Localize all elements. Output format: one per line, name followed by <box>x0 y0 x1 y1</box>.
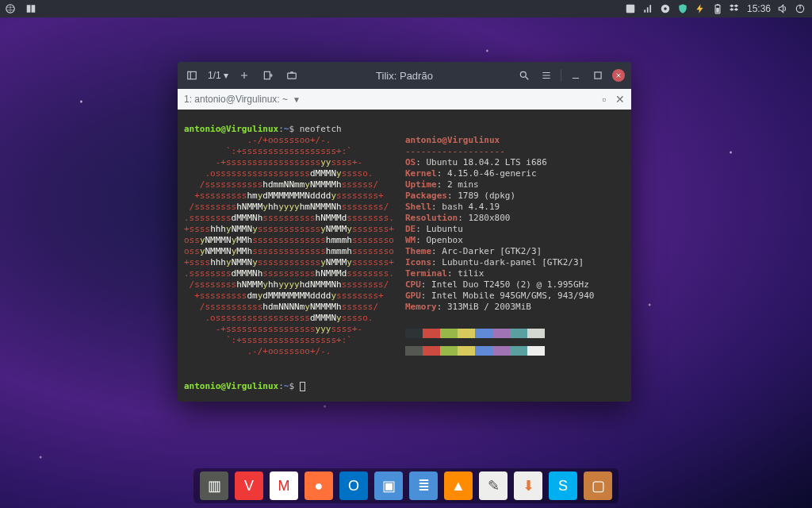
svg-point-14 <box>520 71 526 77</box>
tab-strip: 1: antonio@Virgulinux: ~ ▼ ▫ ✕ <box>178 89 631 110</box>
svg-rect-17 <box>595 72 601 79</box>
svg-rect-9 <box>188 71 197 79</box>
search-button[interactable] <box>516 67 532 83</box>
dock-app-vlc[interactable]: ▲ <box>444 471 473 500</box>
dock-app-pkg[interactable]: ▢ <box>584 471 612 500</box>
svg-point-3 <box>664 7 667 10</box>
distro-menu-icon[interactable] <box>5 3 16 14</box>
terminal-body[interactable]: antonio@Virgulinux:~$ neofetch .-/+oosss… <box>178 110 631 402</box>
svg-rect-1 <box>626 5 635 13</box>
terminal-tab[interactable]: 1: antonio@Virgulinux: ~ <box>184 94 288 105</box>
separator <box>561 69 561 82</box>
tray-app-icon[interactable] <box>625 3 636 14</box>
window-maximize-button[interactable] <box>590 67 606 83</box>
window-close-button[interactable] <box>612 69 625 82</box>
svg-rect-12 <box>288 73 297 79</box>
new-session-button[interactable] <box>260 67 276 83</box>
dock-app-vivaldi[interactable]: V <box>235 471 263 500</box>
hamburger-menu-button[interactable] <box>538 67 554 83</box>
dock-app-firefox[interactable]: ● <box>304 471 333 500</box>
window-titlebar[interactable]: 1/1 ▾ Tilix: Padrão <box>178 62 631 89</box>
top-panel: 15:36 <box>0 0 812 17</box>
tab-close-icon[interactable]: ✕ <box>615 93 625 106</box>
dock: ▥VM●O▣≣▲✎⬇S▢ <box>193 468 619 503</box>
bolt-icon[interactable] <box>695 3 706 14</box>
dock-app-skype[interactable]: S <box>549 471 577 500</box>
system-info: antonio@Virgulinux ------------------- O… <box>405 135 625 359</box>
network-icon[interactable] <box>642 3 653 14</box>
sidebar-toggle-icon[interactable] <box>184 67 200 83</box>
dock-app-gmail[interactable]: M <box>270 471 298 500</box>
session-indicator[interactable]: 1/1 ▾ <box>208 70 228 81</box>
dropbox-icon[interactable] <box>730 3 741 14</box>
sync-input-icon[interactable] <box>284 67 300 83</box>
terminal-window: 1/1 ▾ Tilix: Padrão 1: antonio@Virgulinu… <box>178 62 631 402</box>
shield-icon[interactable] <box>677 3 688 14</box>
volume-icon[interactable] <box>777 3 788 14</box>
svg-rect-5 <box>716 8 719 13</box>
dock-app-store[interactable]: ⬇ <box>514 471 542 500</box>
dock-app-pcmanfm[interactable]: ▣ <box>374 471 403 500</box>
svg-line-15 <box>526 77 529 80</box>
dock-app-files[interactable]: ▥ <box>200 471 228 500</box>
new-terminal-button[interactable] <box>236 67 252 83</box>
dock-app-notes[interactable]: ✎ <box>479 471 508 500</box>
svg-rect-13 <box>290 71 293 73</box>
prompt-user: antonio@Virgulinux <box>184 124 278 134</box>
tab-maximize-icon[interactable]: ▫ <box>602 93 606 106</box>
clock[interactable]: 15:36 <box>747 3 771 14</box>
dock-app-docs[interactable]: ≣ <box>409 471 438 500</box>
disk-icon[interactable] <box>660 3 671 14</box>
svg-rect-6 <box>717 4 718 5</box>
window-minimize-button[interactable] <box>568 67 584 83</box>
cursor <box>300 382 305 391</box>
svg-rect-11 <box>264 71 270 79</box>
ascii-logo: .-/+oossssoo+/-. `:+ssssssssssssssssss+:… <box>184 135 394 359</box>
dock-app-outlook[interactable]: O <box>339 471 368 500</box>
power-icon[interactable] <box>795 3 806 14</box>
book-icon[interactable] <box>25 3 36 14</box>
command-text: neofetch <box>300 124 342 134</box>
battery-icon[interactable] <box>712 3 723 14</box>
tab-menu-chevron-icon[interactable]: ▼ <box>293 95 301 104</box>
